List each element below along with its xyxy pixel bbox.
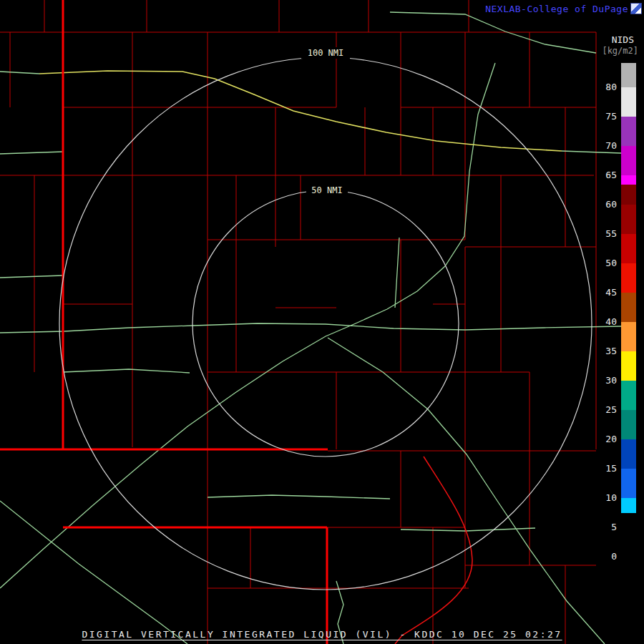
colorbar-tick-label: 80	[592, 82, 617, 92]
colorbar-tick-label: 30	[592, 375, 617, 386]
colorbar-tick-label: 25	[592, 404, 617, 415]
colorbar-segment	[621, 175, 636, 185]
product-label: NIDS	[612, 34, 634, 45]
colorbar-segment	[621, 498, 636, 513]
colorbar-scale	[621, 63, 636, 571]
colorbar-tick-label: 15	[592, 463, 617, 474]
colorbar-tick-label: 60	[592, 199, 617, 210]
colorbar-tick-label: 70	[592, 140, 617, 151]
colorbar-segment	[621, 410, 636, 439]
colorbar-segment	[621, 234, 636, 263]
colorbar-segment	[621, 205, 636, 234]
colorbar-segment	[621, 322, 636, 351]
colorbar-tick-label: 40	[592, 316, 617, 327]
colorbar-segment	[621, 146, 636, 175]
colorbar-segment	[621, 351, 636, 381]
cod-logo-icon	[630, 3, 642, 14]
range-ring-100nmi	[59, 57, 592, 590]
colorbar-segment	[621, 439, 636, 469]
colorbar-segment	[621, 185, 636, 205]
units-label: [kg/m2]	[602, 46, 638, 56]
radar-map	[0, 0, 644, 644]
colorbar-segment	[621, 117, 636, 146]
colorbar-tick-label: 5	[592, 522, 617, 532]
county-boundaries	[0, 0, 596, 644]
colorbar-tick-label: 35	[592, 346, 617, 356]
colorbar-segment	[621, 381, 636, 410]
range-ring-label-50nmi: 50 NMI	[306, 185, 348, 196]
colorbar-tick-label: 45	[592, 287, 617, 298]
colorbar-segment	[621, 87, 636, 117]
colorbar-segment	[621, 513, 636, 571]
radar-display: 100 NMI 50 NMI NEXLAB-College of DuPage …	[0, 0, 644, 644]
colorbar-tick-label: 55	[592, 228, 617, 239]
colorbar-tick-label: 50	[592, 258, 617, 268]
colorbar-tick-label: 0	[592, 551, 617, 562]
colorbar-segment	[621, 469, 636, 498]
colorbar-tick-label: 75	[592, 111, 617, 122]
colorbar-segment	[621, 293, 636, 322]
range-rings	[59, 57, 592, 590]
product-caption: DIGITAL VERTICALLY INTEGRATED LIQUID (VI…	[0, 629, 644, 640]
red-route	[395, 457, 472, 644]
colorbar-tick-label: 65	[592, 170, 617, 180]
brand-text: NEXLAB-College of DuPage	[485, 4, 628, 14]
road-network	[0, 12, 621, 644]
colorbar-tick-label: 20	[592, 434, 617, 444]
interstate-highway	[39, 71, 562, 151]
major-highways	[0, 0, 328, 644]
range-ring-50nmi	[192, 190, 459, 457]
colorbar-segment	[621, 63, 636, 87]
colorbar-segment	[621, 263, 636, 293]
colorbar-tick-label: 10	[592, 492, 617, 503]
range-ring-label-100nmi: 100 NMI	[301, 47, 350, 59]
